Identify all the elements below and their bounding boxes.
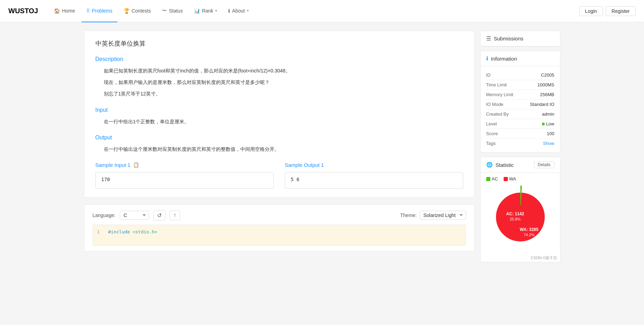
sample-output-title: Sample Output 1 <box>285 162 463 168</box>
footer-note: CSDN ©孩子贝 <box>481 254 560 262</box>
input-text: 在一行中给出1个正整数，单位是厘米。 <box>104 117 463 126</box>
navbar-auth: Login Register <box>579 6 636 16</box>
svg-text:74.2%: 74.2% <box>523 233 534 237</box>
wa-label: WA <box>509 176 516 181</box>
info-row-id: ID C2005 <box>486 70 554 80</box>
ac-dot <box>486 177 490 181</box>
language-select[interactable]: C C++ Java Python <box>120 211 149 220</box>
information-label: Information <box>491 56 517 62</box>
login-button[interactable]: Login <box>579 6 603 16</box>
id-label: ID <box>486 72 491 78</box>
output-content: 在一行中输出这个厘米数对应英制长度的英尺和英寸的整数值，中间用空格分开。 <box>95 145 463 154</box>
sample-output-box: 5 6 <box>285 172 463 189</box>
id-value: C2005 <box>541 72 554 78</box>
info-row-score: Score 100 <box>486 129 554 139</box>
level-label: Level <box>486 121 497 126</box>
register-button[interactable]: Register <box>606 6 636 16</box>
iomode-value: Standard IO <box>530 102 554 107</box>
score-label: Score <box>486 131 498 136</box>
createdby-value: admin <box>542 111 554 117</box>
nav-menu: 🏠 Home ⠿ Problems 🏆 Contests 〜 Status 📊 … <box>49 0 579 22</box>
info-row-memorylimit: Memory Limit 256MB <box>486 90 554 100</box>
info-row-timelimit: Time Limit 1000MS <box>486 80 554 90</box>
level-dot <box>542 123 545 125</box>
svg-text:AC: 1142: AC: 1142 <box>506 211 524 216</box>
submissions-card: ☰ Submissions <box>480 31 560 47</box>
legend-ac: AC <box>486 176 498 181</box>
copy-input-icon[interactable]: 📋 <box>133 162 139 168</box>
output-section: Output 在一行中输出这个厘米数对应英制长度的英尺和英寸的整数值，中间用空格… <box>95 134 463 154</box>
desc-line-1: 如果已知英制长度的英尺foot和英寸inch的值，那么对应的米是(foot+in… <box>104 67 463 75</box>
sample-input-box: 170 <box>95 172 274 189</box>
sample-input-block: Sample Input 1 📋 170 <box>95 162 274 189</box>
nav-rank[interactable]: 📊 Rank ▾ <box>189 0 222 22</box>
problem-title: 中英长度单位换算 <box>95 39 463 48</box>
nav-contests-label: Contests <box>132 8 151 14</box>
nav-home-label: Home <box>62 8 75 14</box>
desc-line-3: 别忘了1英尺等于12英寸。 <box>104 90 463 98</box>
timelimit-value: 1000MS <box>537 82 554 87</box>
sample-input-title: Sample Input 1 📋 <box>95 162 274 168</box>
nav-problems-label: Problems <box>92 8 112 14</box>
statistic-header: 🌐 Statistic Details <box>481 157 560 173</box>
pie-chart: AC: 1142 25.8% WA: 3285 74.2% <box>489 186 552 248</box>
line-number-1: 1 <box>97 229 104 234</box>
chart-area: AC: 1142 25.8% WA: 3285 74.2% <box>481 183 560 254</box>
problems-icon: ⠿ <box>86 8 90 14</box>
about-icon: ℹ <box>228 8 230 14</box>
info-row-createdby: Created By admin <box>486 109 554 119</box>
statistic-title: 🌐 Statistic <box>486 162 514 168</box>
output-text: 在一行中输出这个厘米数对应英制长度的英尺和英寸的整数值，中间用空格分开。 <box>104 145 463 154</box>
nav-about[interactable]: ℹ About ▾ <box>223 0 254 22</box>
nav-problems[interactable]: ⠿ Problems <box>82 0 117 22</box>
tags-show-link[interactable]: Show <box>543 141 554 146</box>
samples-row: Sample Input 1 📋 170 Sample Output 1 5 6 <box>95 162 463 189</box>
ac-label: AC <box>492 176 498 181</box>
theme-section: Theme: Solarized Light Monokai Default <box>400 211 466 220</box>
svg-text:WA: 3285: WA: 3285 <box>520 227 538 232</box>
nav-status-label: Status <box>169 8 183 14</box>
theme-label: Theme: <box>400 212 417 218</box>
input-content: 在一行中给出1个正整数，单位是厘米。 <box>95 117 463 126</box>
sample-output-value: 5 6 <box>291 177 300 182</box>
submissions-label: Submissions <box>494 36 523 41</box>
refresh-button[interactable]: ↺ <box>153 210 165 220</box>
navbar: WUSTOJ 🏠 Home ⠿ Problems 🏆 Contests 〜 St… <box>0 0 644 22</box>
legend-row: AC WA <box>481 173 560 183</box>
iomode-label: IO Mode <box>486 102 504 107</box>
createdby-label: Created By <box>486 111 509 117</box>
nav-status[interactable]: 〜 Status <box>157 0 188 22</box>
rank-icon: 📊 <box>194 8 200 14</box>
description-content: 如果已知英制长度的英尺foot和英寸inch的值，那么对应的米是(foot+in… <box>95 67 463 99</box>
home-icon: 🏠 <box>54 8 60 14</box>
memorylimit-value: 256MB <box>540 92 554 97</box>
info-row-level: Level Low <box>486 119 554 129</box>
submissions-menu-icon: ☰ <box>486 35 491 42</box>
submissions-header: ☰ Submissions <box>481 31 560 46</box>
code-area[interactable]: 1 #include <stdio.h> <box>93 225 466 246</box>
language-label: Language: <box>93 212 116 218</box>
nav-contests[interactable]: 🏆 Contests <box>119 0 156 22</box>
description-heading: Description <box>95 56 463 62</box>
code-toolbar: Language: C C++ Java Python ↺ ↑ Theme: S… <box>93 210 466 220</box>
tags-label: Tags <box>486 141 496 146</box>
output-heading: Output <box>95 134 463 141</box>
sample-input-value: 170 <box>101 177 110 182</box>
code-line-1: 1 #include <stdio.h> <box>97 229 461 234</box>
statistic-globe-icon: 🌐 <box>486 162 493 168</box>
upload-button[interactable]: ↑ <box>170 210 180 220</box>
brand-logo[interactable]: WUSTOJ <box>8 7 38 15</box>
theme-select[interactable]: Solarized Light Monokai Default <box>420 211 466 220</box>
nav-home[interactable]: 🏠 Home <box>49 0 80 22</box>
info-circle-icon: ℹ <box>486 55 488 62</box>
rank-dropdown-icon: ▾ <box>215 9 217 13</box>
svg-text:25.8%: 25.8% <box>510 217 520 221</box>
information-card: ℹ Information ID C2005 Time Limit 1000MS… <box>480 51 560 153</box>
memorylimit-label: Memory Limit <box>486 92 513 97</box>
details-button[interactable]: Details <box>534 161 554 168</box>
description-section: Description 如果已知英制长度的英尺foot和英寸inch的值，那么对… <box>95 56 463 99</box>
input-heading: Input <box>95 107 463 113</box>
about-dropdown-icon: ▾ <box>247 9 249 13</box>
code-text-1: #include <stdio.h> <box>108 229 157 234</box>
sample-output-label: Sample Output 1 <box>285 162 324 168</box>
